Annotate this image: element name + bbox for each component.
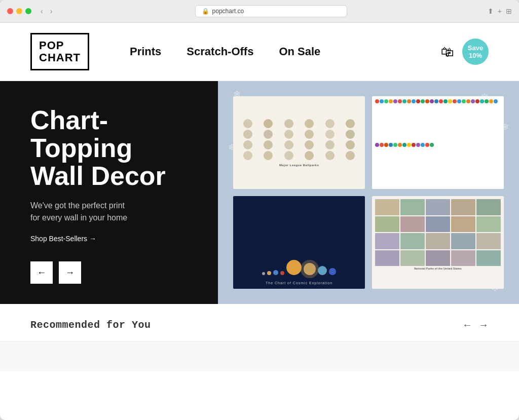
site-header: POP CHART Prints Scratch-Offs On Sale 🛍 …	[0, 23, 519, 81]
hero-cta-link[interactable]: Shop Best-Sellers →	[30, 235, 96, 243]
add-tab-button[interactable]: +	[498, 7, 502, 15]
baseball-label: Major League Ballparks	[238, 164, 360, 167]
national-inner: National Parks of the United States	[372, 196, 504, 289]
rec-prev-button[interactable]: ←	[462, 319, 472, 331]
close-button[interactable]	[7, 8, 13, 14]
logo[interactable]: POP CHART	[30, 33, 89, 70]
minimize-button[interactable]	[16, 8, 22, 14]
hero-next-button[interactable]: →	[59, 261, 81, 284]
rec-next-button[interactable]: →	[478, 319, 489, 331]
national-parks-label: National Parks of the United States	[375, 267, 501, 286]
cart-count: 0	[446, 52, 449, 58]
page-content: POP CHART Prints Scratch-Offs On Sale 🛍 …	[0, 23, 519, 371]
header-right: 🛍 0 Save 10%	[441, 39, 489, 65]
birds-chart-inner	[372, 96, 504, 189]
recommended-section: Recommended for You ← →	[0, 304, 519, 341]
hero-heading: Chart- Topping Wall Decor	[30, 106, 193, 189]
baseball-chart-inner: Major League Ballparks	[233, 96, 365, 189]
lock-icon: 🔒	[202, 8, 209, 15]
url-text: popchart.co	[212, 8, 244, 15]
share-button[interactable]: ⬆	[488, 7, 494, 15]
cart-button[interactable]: 🛍 0	[441, 44, 454, 60]
browser-window: ‹ › 🔒 popchart.co ⬆ + ⊞ POP CHART	[0, 0, 519, 420]
rec-nav: ← →	[462, 319, 489, 331]
baseball-chart-image[interactable]: Major League Ballparks	[233, 96, 365, 189]
hero-subtext: We've got the perfect print for every wa…	[30, 200, 193, 224]
save-badge[interactable]: Save 10%	[462, 39, 489, 65]
back-button[interactable]: ‹	[39, 6, 45, 16]
browser-chrome: ‹ › 🔒 popchart.co ⬆ + ⊞	[0, 0, 519, 23]
grid-button[interactable]: ⊞	[506, 7, 512, 15]
forward-button[interactable]: ›	[48, 6, 55, 16]
space-chart-image[interactable]: The Chart of Cosmic Exploration	[233, 196, 365, 289]
hero-prev-button[interactable]: ←	[30, 261, 53, 284]
planets-row	[262, 260, 336, 275]
recommended-title: Recommended for You	[30, 319, 151, 331]
nav-prints[interactable]: Prints	[130, 45, 161, 58]
address-bar[interactable]: 🔒 popchart.co	[195, 5, 347, 17]
address-bar-container: 🔒 popchart.co	[59, 5, 482, 17]
nav-on-sale[interactable]: On Sale	[279, 45, 320, 58]
birds-chart-image[interactable]	[372, 96, 504, 189]
hero-banner: Chart- Topping Wall Decor We've got the …	[0, 81, 519, 304]
hero-left: Chart- Topping Wall Decor We've got the …	[0, 81, 218, 304]
hero-text-block: Chart- Topping Wall Decor We've got the …	[30, 106, 193, 243]
logo-text: POP CHART	[39, 40, 81, 64]
browser-controls: ‹ ›	[39, 6, 54, 16]
maximize-button[interactable]	[25, 8, 31, 14]
browser-actions: ⬆ + ⊞	[488, 7, 512, 15]
national-parks-image[interactable]: National Parks of the United States	[372, 196, 504, 289]
traffic-lights	[7, 8, 31, 14]
hero-nav-buttons: ← →	[30, 261, 193, 284]
space-chart-label: The Chart of Cosmic Exploration	[266, 281, 332, 285]
main-nav: Prints Scratch-Offs On Sale	[130, 45, 441, 58]
hero-products: Major League Ballparks	[218, 81, 519, 304]
hero-right: ❄ ❄ ❄ ❄ ❄ ❄ ❄ ❄	[218, 81, 519, 304]
product-strip	[0, 341, 519, 371]
nav-scratch-offs[interactable]: Scratch-Offs	[187, 45, 253, 58]
space-chart-inner: The Chart of Cosmic Exploration	[233, 196, 365, 289]
